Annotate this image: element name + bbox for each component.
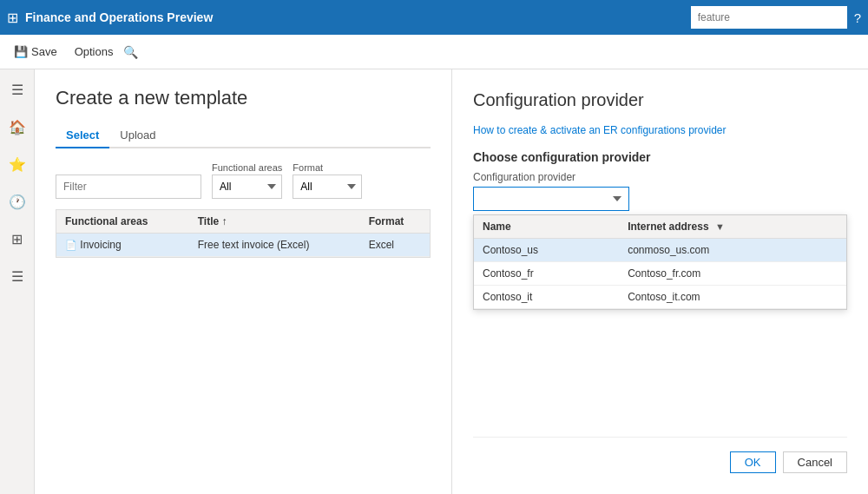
sidebar-workspaces-icon[interactable]: ⊞ (6, 226, 28, 253)
dropdown-row[interactable]: Contoso_it Contoso_it.com (474, 286, 846, 309)
dropdown-col-name: Name (474, 215, 619, 239)
search-input[interactable] (691, 6, 847, 29)
filters-row: Functional areas All Format All (56, 162, 431, 199)
sidebar-favorites-icon[interactable]: ⭐ (3, 151, 31, 178)
panel-help-link[interactable]: How to create & activate an ER configura… (473, 124, 847, 136)
dropdown-name-cell: Contoso_fr (474, 262, 619, 286)
dropdown-row[interactable]: Contoso_fr Contoso_fr.com (474, 262, 846, 286)
sidebar: ☰ 🏠 ⭐ 🕐 ⊞ ☰ (0, 69, 35, 494)
dropdown-col-address: Internet address ▼ (619, 215, 846, 239)
right-panel: Configuration provider How to create & a… (451, 69, 868, 494)
panel-title: Configuration provider (473, 90, 847, 110)
tab-upload[interactable]: Upload (109, 123, 166, 148)
col-header-title: Title ↑ (189, 210, 360, 234)
filter-functional-select[interactable]: All (212, 175, 282, 199)
row-icon: 📄 (65, 240, 77, 250)
row-title: Free text invoice (Excel) (189, 234, 360, 257)
filter-input[interactable] (56, 175, 201, 199)
dropdown-name-cell: Contoso_it (474, 286, 619, 309)
section-title: Choose configuration provider (473, 150, 847, 164)
filter-format-group: Format All (293, 162, 362, 199)
tab-select[interactable]: Select (56, 123, 109, 148)
config-provider-select[interactable]: Contoso_us Contoso_fr Contoso_it (473, 187, 629, 211)
sidebar-home-icon[interactable]: 🏠 (3, 114, 31, 141)
grid-icon[interactable]: ⊞ (7, 10, 18, 26)
main-table-wrap: Functional areas Title ↑ Format 📄 Invoic… (56, 209, 431, 258)
filter-search-group (56, 175, 201, 199)
filter-functional-label: Functional areas (212, 162, 282, 173)
config-select-wrap: Contoso_us Contoso_fr Contoso_it (473, 187, 847, 211)
filter-functional-group: Functional areas All (212, 162, 282, 199)
filter-format-select[interactable]: All (293, 175, 362, 199)
content-area: Create a new template Select Upload Func… (35, 69, 451, 494)
table-row[interactable]: 📄 Invoicing Free text invoice (Excel) Ex… (56, 234, 430, 257)
panel-section: Choose configuration provider Configurat… (473, 150, 847, 310)
cancel-button[interactable]: Cancel (783, 451, 847, 473)
options-label: Options (75, 45, 114, 58)
save-button[interactable]: 💾 Save (7, 42, 64, 62)
main-table: Functional areas Title ↑ Format 📄 Invoic… (56, 210, 430, 257)
save-icon: 💾 (14, 45, 28, 58)
dropdown-address-cell: Contoso_it.com (619, 286, 846, 309)
dropdown-address-cell: Contoso_fr.com (619, 262, 846, 286)
app-title: Finance and Operations Preview (25, 10, 684, 24)
dropdown-name-cell: Contoso_us (474, 239, 619, 262)
col-header-functional: Functional areas (56, 210, 189, 234)
row-functional-value: Invoicing (80, 239, 121, 251)
row-functional: 📄 Invoicing (56, 234, 189, 257)
tab-bar: Select Upload (56, 123, 431, 148)
dropdown-table: Name Internet address ▼ Contoso_us conmo… (474, 215, 846, 309)
search-icon[interactable]: 🔍 (123, 45, 138, 59)
config-provider-label: Configuration provider (473, 171, 847, 183)
help-icon[interactable]: ? (854, 10, 861, 25)
sidebar-recent-icon[interactable]: 🕐 (3, 188, 31, 215)
ok-button[interactable]: OK (730, 451, 776, 473)
row-format: Excel (360, 234, 430, 257)
panel-footer: OK Cancel (473, 437, 847, 473)
dropdown-row[interactable]: Contoso_us conmoso_us.com (474, 239, 846, 262)
options-button[interactable]: Options (68, 42, 121, 62)
page-title: Create a new template (56, 87, 431, 109)
sidebar-list-icon[interactable]: ☰ (6, 263, 29, 290)
filter-icon[interactable]: ▼ (715, 221, 725, 232)
save-label: Save (31, 45, 57, 58)
dropdown-table-wrap: Name Internet address ▼ Contoso_us conmo… (473, 214, 847, 310)
col-header-format: Format (360, 210, 430, 234)
filter-format-label: Format (293, 162, 362, 173)
dropdown-address-cell: conmoso_us.com (619, 239, 846, 262)
sidebar-menu-icon[interactable]: ☰ (6, 76, 29, 103)
